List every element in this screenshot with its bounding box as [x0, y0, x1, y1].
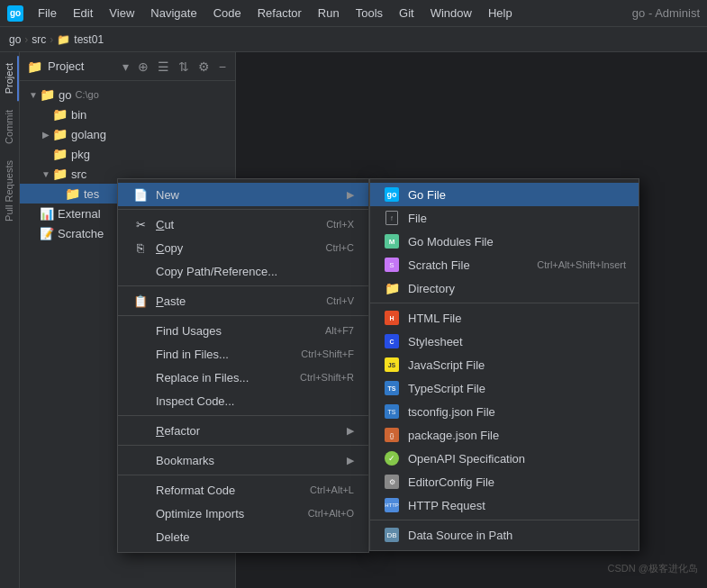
submenu-http[interactable]: HTTP HTTP Request	[370, 493, 639, 517]
ctx-reformat[interactable]: Reformat Code Ctrl+Alt+L	[118, 478, 368, 502]
ctx-copy-path[interactable]: Copy Path/Reference...	[118, 259, 368, 283]
ctx-paste[interactable]: 📋 Paste Ctrl+V	[118, 289, 368, 312]
new-icon: 📄	[132, 186, 149, 203]
reformat-icon	[132, 482, 149, 498]
ctx-bookmarks[interactable]: Bookmarks ▶	[118, 448, 368, 472]
ctx-copy[interactable]: ⎘ Copy Ctrl+C	[118, 236, 368, 259]
side-tab-pull[interactable]: Pull Requests	[1, 153, 19, 229]
expand-arrow: ▼	[27, 90, 40, 100]
tree-item-go[interactable]: ▼ 📁 go C:\go	[20, 85, 235, 104]
submenu-ts[interactable]: TS TypeScript File	[370, 376, 639, 400]
tree-item-bin[interactable]: 📁 bin	[20, 104, 235, 124]
submenu-label-pkg-json: package.json File	[408, 429, 626, 442]
refactor-arrow: ▶	[347, 425, 354, 437]
submenu-label-scratch: Scratch File	[408, 258, 537, 272]
menu-tools[interactable]: Tools	[349, 4, 390, 23]
submenu-datasource[interactable]: DB Data Source in Path	[370, 523, 639, 547]
cut-icon: ✂	[132, 216, 149, 232]
menu-view[interactable]: View	[102, 4, 141, 23]
html-icon: H	[383, 309, 401, 327]
external-icon: 📊	[40, 207, 54, 221]
refactor-icon	[132, 422, 149, 439]
locate-icon[interactable]: ⊕	[136, 58, 150, 76]
window-title: go - Administ	[632, 6, 700, 20]
menu-refactor[interactable]: Refactor	[250, 4, 309, 23]
sub-separator2	[370, 520, 639, 520]
ctx-refactor[interactable]: Refactor ▶	[118, 419, 368, 442]
folder-icon-test: 📁	[65, 186, 80, 201]
side-tab-project[interactable]: Project	[1, 56, 19, 101]
menu-help[interactable]: Help	[481, 4, 520, 23]
ctx-find-usages[interactable]: Find Usages Alt+F7	[118, 319, 368, 342]
breadcrumb-test01[interactable]: test01	[74, 33, 104, 46]
menu-code[interactable]: Code	[206, 4, 249, 23]
tree-label-scratch: Scratche	[58, 227, 104, 240]
submenu-file[interactable]: f File	[370, 206, 639, 230]
ctx-delete[interactable]: Delete	[118, 525, 368, 548]
submenu-label-datasource: Data Source in Path	[408, 529, 626, 542]
title-bar: go File Edit View Navigate Code Refactor…	[0, 0, 707, 27]
menu-file[interactable]: File	[31, 4, 64, 23]
submenu-arrow: ▶	[347, 189, 354, 201]
tree-item-pkg[interactable]: 📁 pkg	[20, 144, 235, 164]
submenu-label-tsconfig: tsconfig.json File	[408, 405, 626, 419]
scratch-file-icon: S	[383, 256, 401, 274]
ctx-label-copy-path: Copy Path/Reference...	[156, 265, 354, 278]
tree-item-golang[interactable]: ▶ 📁 golang	[20, 124, 235, 144]
side-tab-commit[interactable]: Commit	[1, 103, 19, 151]
separator	[118, 209, 368, 210]
submenu-editorconfig[interactable]: ⚙ EditorConfig File	[370, 470, 639, 493]
watermark: CSDN @极客进化岛	[608, 562, 698, 575]
menu-navigate[interactable]: Navigate	[143, 4, 204, 23]
ctx-label-find-usages: Find Usages	[156, 324, 318, 338]
copy-icon: ⎘	[132, 240, 149, 256]
menu-git[interactable]: Git	[392, 4, 421, 23]
panel-title: Project	[48, 59, 112, 73]
submenu-go-file[interactable]: go Go File	[370, 183, 639, 206]
http-icon: HTTP	[383, 496, 401, 514]
ctx-label-reformat: Reformat Code	[156, 484, 303, 497]
breadcrumb-src[interactable]: src	[32, 33, 46, 46]
submenu: go Go File f File M Go Modules File S Sc…	[369, 178, 639, 551]
tree-label-external: External	[58, 207, 101, 221]
submenu-scratch-file[interactable]: S Scratch File Ctrl+Alt+Shift+Insert	[370, 253, 639, 276]
submenu-tsconfig[interactable]: TS tsconfig.json File	[370, 400, 639, 423]
ctx-find-in-files[interactable]: Find in Files... Ctrl+Shift+F	[118, 342, 368, 366]
replace-icon	[132, 369, 149, 385]
ctx-replace[interactable]: Replace in Files... Ctrl+Shift+R	[118, 366, 368, 389]
tsconfig-icon: TS	[383, 403, 401, 421]
submenu-openapi[interactable]: ✓ OpenAPI Specification	[370, 447, 639, 470]
sub-separator1	[370, 303, 639, 303]
menu-run[interactable]: Run	[311, 4, 347, 23]
close-icon[interactable]: −	[217, 58, 228, 76]
tree-hint-go: C:\go	[75, 89, 98, 100]
collapse-icon[interactable]: ☰	[156, 58, 171, 76]
panel-header: 📁 Project ▾ ⊕ ☰ ⇅ ⚙ −	[20, 52, 235, 81]
chevron-down-icon[interactable]: ▾	[121, 58, 131, 76]
ctx-shortcut-find-usages: Alt+F7	[325, 325, 354, 336]
sort-icon[interactable]: ⇅	[177, 58, 191, 76]
ctx-shortcut-find-files: Ctrl+Shift+F	[301, 348, 354, 359]
ctx-label-paste: Paste	[156, 294, 319, 308]
submenu-css[interactable]: C Stylesheet	[370, 330, 639, 353]
submenu-js[interactable]: JS JavaScript File	[370, 353, 639, 376]
tree-label-go: go	[59, 88, 71, 102]
submenu-pkg-json[interactable]: {} package.json File	[370, 423, 639, 447]
ctx-new[interactable]: 📄 New ▶	[118, 183, 368, 206]
ctx-optimize[interactable]: Optimize Imports Ctrl+Alt+O	[118, 502, 368, 525]
ctx-cut[interactable]: ✂ Cut Ctrl+X	[118, 213, 368, 236]
breadcrumb-go[interactable]: go	[9, 33, 21, 46]
menu-edit[interactable]: Edit	[66, 4, 100, 23]
folder-icon-bin: 📁	[52, 107, 68, 122]
find-icon	[132, 322, 149, 339]
copy-path-icon	[132, 263, 149, 279]
submenu-go-modules[interactable]: M Go Modules File	[370, 230, 639, 253]
submenu-html[interactable]: H HTML File	[370, 306, 639, 330]
menu-window[interactable]: Window	[423, 4, 479, 23]
ctx-label-inspect: Inspect Code...	[156, 394, 354, 408]
submenu-directory[interactable]: 📁 Directory	[370, 276, 639, 300]
settings-icon[interactable]: ⚙	[196, 58, 212, 76]
delete-icon	[132, 529, 149, 545]
ctx-inspect[interactable]: Inspect Code...	[118, 389, 368, 412]
submenu-label-js: JavaScript File	[408, 358, 626, 372]
